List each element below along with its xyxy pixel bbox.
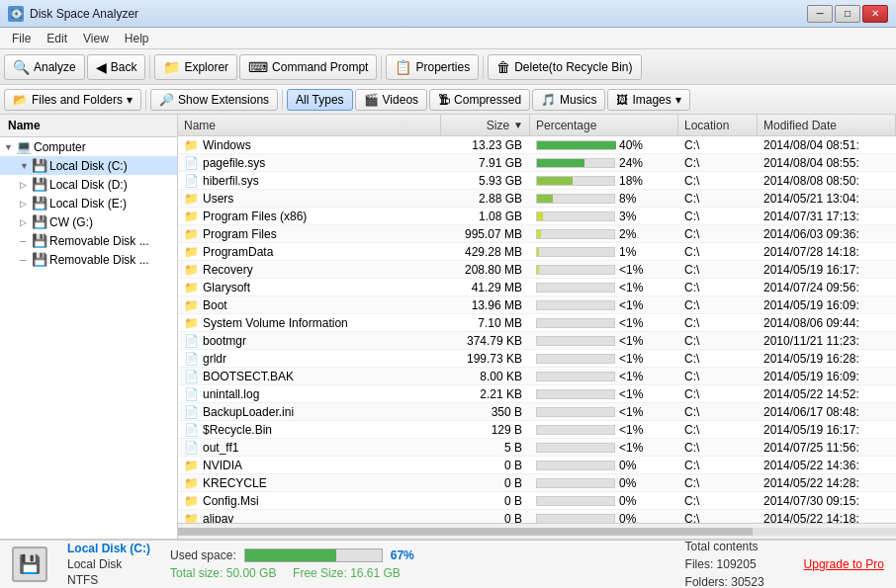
table-row[interactable]: 📁 ProgramData 429.28 MB 1% C:\ 2014/07/2… xyxy=(178,243,896,261)
col-header-percentage[interactable]: Percentage xyxy=(530,115,678,135)
close-button[interactable]: ✕ xyxy=(862,5,888,23)
cell-name-0: 📁 Windows xyxy=(178,138,441,152)
table-row[interactable]: 📁 Boot 13.96 MB <1% C:\ 2014/05/19 16:09… xyxy=(178,296,896,314)
table-row[interactable]: 📄 $Recycle.Bin 129 B <1% C:\ 2014/05/19 … xyxy=(178,421,896,439)
cell-size-13: 8.00 KB xyxy=(441,370,530,383)
pct-bar xyxy=(537,212,543,220)
table-row[interactable]: 📁 Glarysoft 41.29 MB <1% C:\ 2014/07/24 … xyxy=(178,279,896,296)
cell-pct-5: 2% xyxy=(530,227,678,241)
table-row[interactable]: 📁 KRECYCLE 0 B 0% C:\ 2014/05/22 14:28: xyxy=(178,474,896,492)
file-icon: 📄 xyxy=(184,352,199,366)
cell-size-18: 0 B xyxy=(441,459,530,472)
used-pct: 67% xyxy=(391,548,414,562)
table-row[interactable]: 📁 Recovery 208.80 MB <1% C:\ 2014/05/19 … xyxy=(178,261,896,279)
tree-item-1[interactable]: ▼ 💾 Local Disk (C:) xyxy=(0,156,177,175)
table-row[interactable]: 📁 NVIDIA 0 B 0% C:\ 2014/05/22 14:36: xyxy=(178,457,896,474)
analyze-button[interactable]: 🔍 Analyze xyxy=(4,54,85,80)
table-row[interactable]: 📁 System Volume Information 7.10 MB <1% … xyxy=(178,314,896,332)
table-row[interactable]: 📄 out_ff1 5 B <1% C:\ 2014/07/25 11:56: xyxy=(178,439,896,457)
files-folders-button[interactable]: 📂 Files and Folders ▾ xyxy=(4,89,141,111)
table-row[interactable]: 📄 grldr 199.73 KB <1% C:\ 2014/05/19 16:… xyxy=(178,350,896,368)
file-name: pagefile.sys xyxy=(203,156,265,170)
cell-pct-13: <1% xyxy=(530,370,678,383)
all-types-button[interactable]: All Types xyxy=(287,89,352,111)
window-controls: ─ □ ✕ xyxy=(807,5,888,23)
cell-date-19: 2014/05/22 14:28: xyxy=(758,476,896,490)
table-row[interactable]: 📁 Users 2.88 GB 8% C:\ 2014/05/21 13:04: xyxy=(178,190,896,208)
col-header-size[interactable]: Size ▼ xyxy=(441,115,530,135)
pct-label: <1% xyxy=(619,405,643,419)
cell-pct-4: 3% xyxy=(530,210,678,223)
file-icon: 📄 xyxy=(184,156,199,170)
back-button[interactable]: ◀ Back xyxy=(87,54,146,80)
table-row[interactable]: 📁 Windows 13.23 GB 40% C:\ 2014/08/04 08… xyxy=(178,136,896,154)
table-row[interactable]: 📁 Program Files (x86) 1.08 GB 3% C:\ 201… xyxy=(178,208,896,225)
pct-bar-bg xyxy=(536,372,615,381)
explorer-button[interactable]: 📁 Explorer xyxy=(154,54,237,80)
menu-view[interactable]: View xyxy=(75,30,117,47)
cell-pct-7: <1% xyxy=(530,263,678,277)
table-row[interactable]: 📁 Program Files 995.07 MB 2% C:\ 2014/06… xyxy=(178,225,896,243)
table-row[interactable]: 📄 unintall.log 2.21 KB <1% C:\ 2014/05/2… xyxy=(178,385,896,403)
pct-bar-bg xyxy=(536,300,615,310)
cell-date-0: 2014/08/04 08:51: xyxy=(758,138,896,152)
musics-button[interactable]: 🎵 Musics xyxy=(532,89,605,111)
free-size-label: Free Size: xyxy=(293,566,350,580)
images-button[interactable]: 🖼 Images ▾ xyxy=(607,89,689,111)
cell-loc-20: C:\ xyxy=(678,494,758,508)
cmd-button[interactable]: ⌨ Command Prompt xyxy=(239,54,377,80)
file-name: Users xyxy=(203,192,233,206)
menu-file[interactable]: File xyxy=(4,30,39,47)
tree-node-label: Local Disk (D:) xyxy=(49,178,128,192)
col-header-date[interactable]: Modified Date xyxy=(758,115,896,135)
cell-pct-11: <1% xyxy=(530,334,678,348)
cell-size-0: 13.23 GB xyxy=(441,138,530,152)
tree-item-5[interactable]: ─ 💾 Removable Disk ... xyxy=(0,231,177,250)
compressed-button[interactable]: 🗜 Compressed xyxy=(429,89,530,111)
pct-bar-bg xyxy=(536,461,615,470)
videos-label: Videos xyxy=(383,93,418,107)
delete-button[interactable]: 🗑 Delete(to Recycle Bin) xyxy=(488,54,641,80)
cell-date-17: 2014/07/25 11:56: xyxy=(758,441,896,455)
show-extensions-button[interactable]: 🔎 Show Extensions xyxy=(150,89,278,111)
pct-label: 0% xyxy=(619,476,636,490)
file-icon: 📁 xyxy=(184,263,199,277)
horizontal-scrollbar[interactable] xyxy=(178,523,896,539)
used-space-bar xyxy=(245,549,336,561)
cell-pct-3: 8% xyxy=(530,192,678,206)
menu-edit[interactable]: Edit xyxy=(39,30,75,47)
file-name: NVIDIA xyxy=(203,459,242,472)
pct-label: 1% xyxy=(619,245,636,259)
cell-date-6: 2014/07/28 14:18: xyxy=(758,245,896,259)
file-icon: 📁 xyxy=(184,494,199,508)
app-title: Disk Space Analyzer xyxy=(30,7,807,21)
minimize-button[interactable]: ─ xyxy=(807,5,833,23)
table-row[interactable]: 📄 BackupLoader.ini 350 B <1% C:\ 2014/06… xyxy=(178,403,896,421)
cell-loc-1: C:\ xyxy=(678,156,758,170)
col-header-location[interactable]: Location xyxy=(678,115,758,135)
upgrade-link[interactable]: Upgrade to Pro xyxy=(804,557,884,571)
all-types-label: All Types xyxy=(296,93,343,107)
maximize-button[interactable]: □ xyxy=(835,5,860,23)
pct-label: <1% xyxy=(619,281,643,294)
tree-item-4[interactable]: ▷ 💾 CW (G:) xyxy=(0,212,177,231)
table-row[interactable]: 📄 bootmgr 374.79 KB <1% C:\ 2010/11/21 1… xyxy=(178,332,896,350)
tree-item-6[interactable]: ─ 💾 Removable Disk ... xyxy=(0,250,177,269)
delete-label: Delete(to Recycle Bin) xyxy=(514,60,632,74)
table-row[interactable]: 📁 Config.Msi 0 B 0% C:\ 2014/07/30 09:15… xyxy=(178,492,896,510)
table-row[interactable]: 📄 hiberfil.sys 5.93 GB 18% C:\ 2014/08/0… xyxy=(178,172,896,190)
properties-button[interactable]: 📋 Properties xyxy=(386,54,479,80)
file-icon: 📁 xyxy=(184,476,199,490)
tree-item-0[interactable]: ▼ 💻 Computer xyxy=(0,137,177,156)
table-row[interactable]: 📄 pagefile.sys 7.91 GB 24% C:\ 2014/08/0… xyxy=(178,154,896,172)
pct-label: 8% xyxy=(619,192,636,206)
menu-help[interactable]: Help xyxy=(117,30,157,47)
file-name: bootmgr xyxy=(203,334,246,348)
col-header-name[interactable]: Name xyxy=(178,115,441,135)
table-row[interactable]: 📄 BOOTSECT.BAK 8.00 KB <1% C:\ 2014/05/1… xyxy=(178,368,896,385)
tree-item-2[interactable]: ▷ 💾 Local Disk (D:) xyxy=(0,175,177,194)
table-row[interactable]: 📁 alipay 0 B 0% C:\ 2014/05/22 14:18: xyxy=(178,510,896,523)
file-name: Windows xyxy=(203,138,251,152)
tree-item-3[interactable]: ▷ 💾 Local Disk (E:) xyxy=(0,194,177,212)
videos-button[interactable]: 🎬 Videos xyxy=(355,89,427,111)
